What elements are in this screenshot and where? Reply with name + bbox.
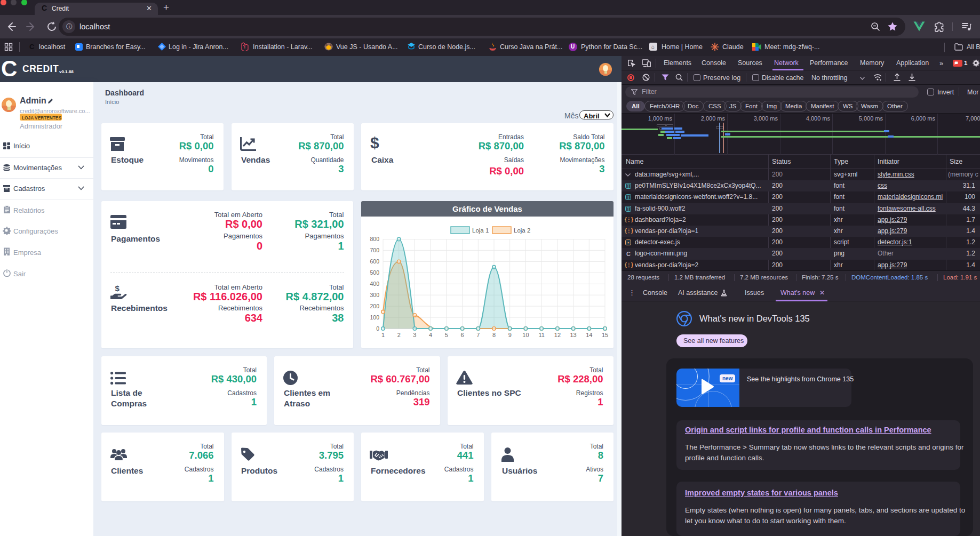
svg-text:2: 2 [397,332,401,338]
svg-text:600: 600 [370,258,379,265]
svg-text:200: 200 [370,303,379,309]
svg-text:0: 0 [376,325,379,332]
svg-text:500: 500 [370,269,379,276]
svg-text:700: 700 [370,247,379,253]
svg-text:Loja 1: Loja 1 [472,227,489,234]
svg-text:6: 6 [461,332,464,338]
svg-text:300: 300 [370,292,379,298]
svg-text:5: 5 [445,332,448,338]
svg-text:3: 3 [413,332,416,338]
svg-text:100: 100 [370,314,379,321]
svg-text:Loja 2: Loja 2 [514,227,530,234]
svg-text:4: 4 [429,332,432,338]
svg-text:10: 10 [522,332,529,338]
svg-text:1: 1 [381,332,385,338]
svg-text:$: $ [115,284,120,293]
svg-text:12: 12 [554,332,561,338]
svg-text:11: 11 [538,332,544,338]
svg-text:7: 7 [476,332,480,338]
svg-text:8: 8 [492,332,496,338]
svg-text:15: 15 [602,332,608,338]
svg-text:13: 13 [570,332,576,338]
svg-text:14: 14 [586,332,592,338]
svg-text:800: 800 [370,236,379,242]
svg-text:9: 9 [508,332,512,338]
svg-text:400: 400 [370,281,379,287]
